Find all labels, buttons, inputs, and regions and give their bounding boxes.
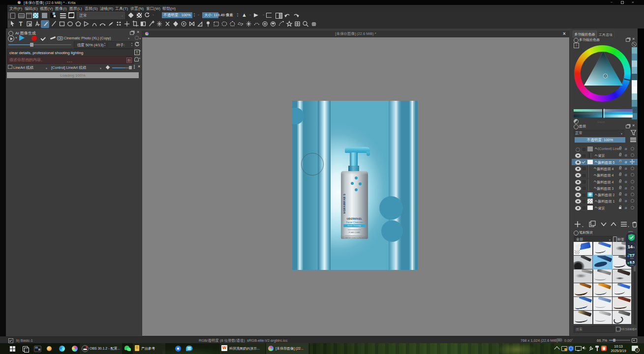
svg-text:T: T	[19, 21, 23, 28]
